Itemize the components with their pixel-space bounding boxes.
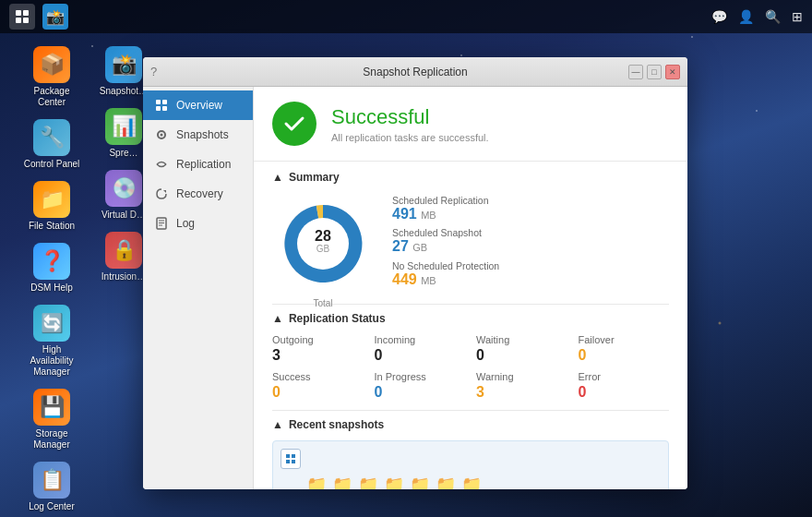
user-icon[interactable]: 👤 (738, 9, 754, 24)
replication-grid: Outgoing 3 Incoming 0 Waiting 0 Failov (272, 334, 669, 401)
desktop-icon-log[interactable]: 📋 Log Center (18, 458, 85, 516)
sidebar-label-log: Log (176, 217, 195, 230)
desktop-icon-file-station[interactable]: 📁 File Station (18, 177, 85, 235)
window-controls: — □ ✕ (628, 65, 680, 79)
grid-icon (15, 9, 30, 24)
replication-status-title: Replication Status (289, 312, 386, 325)
sidebar-item-overview[interactable]: Overview (143, 90, 253, 120)
stat-value-waiting: 0 (476, 347, 567, 364)
recent-snapshots-section: ▲ Recent snapshots (254, 411, 687, 489)
svg-rect-7 (162, 106, 167, 111)
svg-rect-2 (16, 18, 21, 23)
stat-success: Success 0 (272, 371, 364, 401)
desktop-icon-high-availability[interactable]: 🔄 High Availability Manager (18, 301, 85, 381)
close-button[interactable]: ✕ (665, 65, 680, 79)
icon-label-dsm: DSM Help (30, 283, 73, 294)
sidebar-label-overview: Overview (176, 99, 222, 112)
chat-icon[interactable]: 💬 (711, 9, 727, 24)
svg-rect-1 (23, 10, 29, 16)
summary-title: Summary (289, 171, 340, 184)
stat-value-failover: 0 (579, 347, 670, 364)
summary-chevron: ▲ (272, 171, 283, 184)
icon-label-storage: Storage Manager (22, 428, 81, 451)
desktop-icon-package-center[interactable]: 📦 Package Center (18, 42, 85, 112)
window-body: Overview Snapshots (143, 87, 687, 489)
apps-menu-button[interactable] (9, 4, 35, 30)
recovery-icon (154, 186, 169, 201)
svg-marker-10 (163, 190, 166, 193)
icon-label-intrusion: Intrusion… (102, 271, 146, 283)
replication-icon (154, 157, 169, 172)
log-icon (154, 216, 169, 231)
stat-value-warning: 3 (476, 384, 567, 401)
sidebar-item-recovery[interactable]: Recovery (143, 179, 253, 209)
stat-in-progress: In Progress 0 (375, 371, 466, 401)
stat-label-failover: Failover (579, 334, 670, 345)
taskbar: 📸 💬 👤 🔍 ⊞ (0, 0, 812, 33)
icon-label-package: Package Center (22, 86, 81, 108)
icon-label-log: Log Center (29, 501, 74, 512)
search-icon[interactable]: 🔍 (765, 9, 781, 24)
svg-rect-6 (156, 106, 161, 111)
snapshot-toolbar (281, 449, 661, 469)
status-subtitle: All replication tasks are successful. (331, 132, 489, 143)
legend-scheduled-replication: Scheduled Replication 491 MB (392, 195, 669, 222)
legend-label-sr: Scheduled Replication (392, 195, 669, 206)
legend-no-scheduled: No Scheduled Protection 449 MB (392, 260, 669, 288)
snapshots-timeline: 📁 📁 📁 📁 📁 📁 📁 (272, 440, 669, 489)
legend-label-ss: Scheduled Snapshot (392, 227, 669, 238)
snapshot-tool-grid[interactable] (281, 449, 301, 469)
desktop-icon-dsm-help[interactable]: ❓ DSM Help (18, 239, 85, 297)
icon-label-virtual: Virtual D… (102, 210, 146, 221)
pie-total-label: Total (272, 298, 374, 308)
stat-value-success: 0 (272, 384, 364, 401)
stat-value-error: 0 (579, 384, 670, 401)
sidebar-label-recovery: Recovery (176, 187, 223, 200)
snapshots-icon (154, 127, 169, 142)
sidebar-item-replication[interactable]: Replication (143, 150, 253, 179)
desktop-icon-control-panel[interactable]: 🔧 Control Panel (18, 115, 85, 174)
stat-value-outgoing: 3 (272, 347, 364, 364)
folder-icon-3: 📁 (358, 475, 378, 489)
sidebar-item-snapshots[interactable]: Snapshots (143, 120, 253, 150)
stat-label-incoming: Incoming (375, 334, 466, 345)
stat-label-outgoing: Outgoing (272, 334, 364, 345)
svg-text:28: 28 (315, 228, 331, 244)
svg-text:GB: GB (316, 244, 330, 254)
replication-chevron: ▲ (272, 312, 283, 325)
minimize-button[interactable]: — (628, 65, 643, 79)
stat-value-incoming: 0 (375, 347, 466, 364)
desktop: 📸 💬 👤 🔍 ⊞ 📦 Package Center 🔧 Control Pan… (0, 0, 812, 517)
stat-label-in-progress: In Progress (375, 371, 466, 382)
summary-header[interactable]: ▲ Summary (272, 171, 669, 184)
pie-chart: 28 GB (272, 193, 374, 295)
desktop-icon-storage[interactable]: 💾 Storage Manager (18, 385, 85, 454)
replication-status-section: ▲ Replication Status Outgoing 3 Incoming… (254, 305, 687, 410)
taskbar-snapshot-icon[interactable]: 📸 (42, 4, 68, 30)
folder-icon-2: 📁 (332, 475, 352, 489)
snapshot-replication-window: ? Snapshot Replication — □ ✕ (143, 57, 687, 489)
recent-snapshots-header[interactable]: ▲ Recent snapshots (272, 418, 669, 431)
help-button[interactable]: ? (150, 65, 157, 78)
summary-legend: Scheduled Replication 491 MB Scheduled S… (392, 195, 669, 294)
checkmark-icon (281, 111, 307, 137)
legend-value-ns: 449 MB (392, 271, 669, 288)
taskbar-right: 💬 👤 🔍 ⊞ (711, 9, 803, 24)
icon-label-ha: High Availability Manager (22, 344, 81, 378)
stat-label-waiting: Waiting (476, 334, 567, 345)
legend-label-ns: No Scheduled Protection (392, 260, 669, 271)
sidebar-item-log[interactable]: Log (143, 209, 253, 238)
summary-section: ▲ Summary (254, 162, 687, 304)
legend-value-ss: 27 GB (392, 238, 669, 255)
icon-label-spreadsheet: Spre… (109, 148, 137, 159)
stat-outgoing: Outgoing 3 (272, 334, 364, 364)
window-titlebar: ? Snapshot Replication — □ ✕ (143, 57, 687, 87)
svg-rect-21 (286, 460, 290, 463)
replication-status-header[interactable]: ▲ Replication Status (272, 312, 669, 325)
legend-value-sr: 491 MB (392, 206, 669, 222)
svg-rect-4 (156, 100, 161, 104)
maximize-button[interactable]: □ (647, 65, 662, 79)
icon-label-file: File Station (29, 221, 75, 232)
widgets-icon[interactable]: ⊞ (792, 9, 803, 24)
stat-warning: Warning 3 (476, 371, 567, 401)
